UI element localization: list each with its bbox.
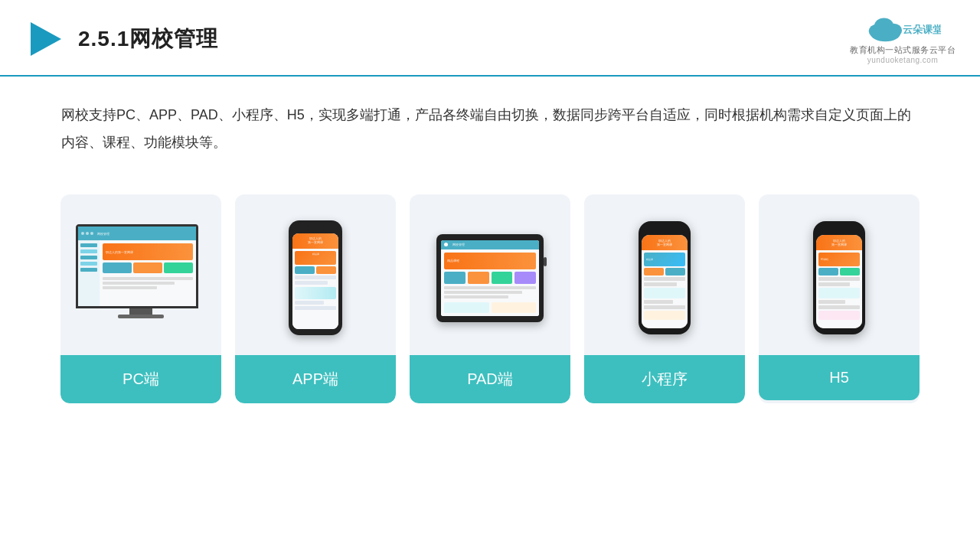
logo-tagline: 教育机构一站式服务云平台 — [850, 44, 956, 56]
logo-area: 云朵课堂 教育机构一站式服务云平台 yunduoketang.com — [850, 14, 956, 64]
header-left: 2.5.1网校管理 — [24, 19, 218, 59]
card-pad-label: PAD端 — [410, 355, 570, 403]
card-h5-image: 职达人的第一堂网课 H5课程 — [759, 194, 920, 355]
pad-mockup: 网校管理 精品课程 — [436, 234, 544, 322]
svg-text:云朵课堂: 云朵课堂 — [903, 24, 941, 35]
pc-screen: 网校管理 职达人的 — [76, 224, 198, 308]
card-miniprogram-label: 小程序 — [584, 355, 745, 403]
app-phone-mockup: 职达人的第一堂网课 精品课 — [289, 220, 342, 335]
card-pad: 网校管理 精品课程 — [410, 194, 570, 403]
card-miniprogram-image: 职达人的第一堂网课 精品课 — [584, 194, 745, 355]
card-pad-image: 网校管理 精品课程 — [410, 194, 570, 355]
svg-marker-0 — [31, 22, 61, 56]
platform-cards: 网校管理 职达人的 — [0, 179, 980, 403]
miniprogram-phone-mockup: 职达人的第一堂网课 精品课 — [639, 221, 691, 334]
logo-icon: 云朵课堂 — [864, 14, 941, 43]
card-app: 职达人的第一堂网课 精品课 — [235, 194, 396, 403]
svg-point-4 — [874, 18, 893, 34]
description-content: 网校支持PC、APP、PAD、小程序、H5，实现多端打通，产品各终端自由切换，数… — [61, 107, 911, 150]
card-pc-label: PC端 — [60, 355, 221, 403]
card-h5: 职达人的第一堂网课 H5课程 — [759, 194, 920, 403]
pc-mockup: 网校管理 职达人的 — [76, 224, 206, 331]
card-h5-label: H5 — [759, 355, 920, 400]
header: 2.5.1网校管理 云朵课堂 教育机构一站式服务云平台 yunduoketang… — [0, 0, 980, 77]
brand-play-icon — [24, 19, 64, 59]
card-pc-image: 网校管理 职达人的 — [60, 194, 221, 355]
card-miniprogram: 职达人的第一堂网课 精品课 — [584, 194, 745, 403]
logo-url: yunduoketang.com — [867, 56, 939, 64]
description-text: 网校支持PC、APP、PAD、小程序、H5，实现多端打通，产品各终端自由切换，数… — [0, 77, 980, 171]
card-app-label: APP端 — [235, 355, 396, 403]
h5-phone-mockup: 职达人的第一堂网课 H5课程 — [813, 221, 865, 334]
page-title: 2.5.1网校管理 — [78, 24, 218, 54]
card-app-image: 职达人的第一堂网课 精品课 — [235, 194, 396, 355]
card-pc: 网校管理 职达人的 — [60, 194, 221, 403]
